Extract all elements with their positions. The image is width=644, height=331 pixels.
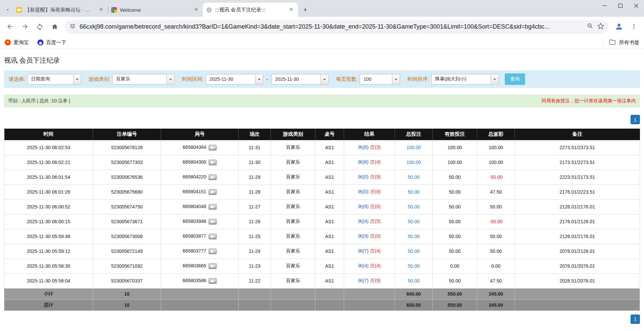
cell-total-bet: 50.00 [395, 185, 433, 199]
cell-round: 665803777 [161, 244, 239, 259]
total-bet-link[interactable]: 50.00 [408, 219, 420, 224]
round-number: 665804300 [183, 159, 206, 165]
back-icon[interactable] [3, 20, 17, 33]
cell-payout: -50.00 [477, 214, 515, 229]
tab-close-icon[interactable]: × [98, 6, 104, 13]
cell-total-bet: 100.00 [395, 155, 433, 170]
video-replay-icon[interactable] [209, 204, 217, 210]
cell-payout: 50.00 [477, 199, 515, 214]
date-end-select[interactable]: 2025-11-30 [271, 74, 329, 85]
cell-result: 闲(4)庄(4) [344, 259, 395, 273]
sort-select[interactable]: 降幂(由大到小) [431, 74, 499, 85]
query-mode-select[interactable]: 日期查询 [27, 74, 81, 85]
browser-window: 【新提醒】海燕策略论坛 - 综合 × Welcome × :::视讯 会员下注纪… [0, 0, 644, 49]
chevron-down-icon[interactable] [166, 74, 174, 84]
pagination-top: 1 [4, 115, 640, 124]
query-mode-value: 日期查询 [28, 76, 73, 82]
video-replay-icon[interactable] [209, 145, 217, 151]
cell-note: 2176.01/2126.01 [515, 214, 640, 229]
home-icon[interactable] [48, 20, 61, 33]
result-banker: 庄(8) [370, 189, 381, 194]
bookmark-star-icon[interactable] [597, 23, 604, 31]
result-banker: 庄(4) [370, 248, 381, 254]
total-valid-bet: 550.00 [433, 299, 477, 310]
forward-icon[interactable] [18, 20, 32, 33]
cell-time: 2025-11-30 06:01:54 [4, 170, 93, 185]
zoom-icon[interactable] [587, 23, 593, 31]
chevron-down-icon[interactable] [255, 74, 263, 84]
bookmark-label: 爱淘宝 [13, 39, 29, 46]
tab-close-icon[interactable]: × [193, 6, 200, 13]
total-bet-link[interactable]: 50.00 [408, 234, 420, 239]
total-bet-link[interactable]: 100.00 [406, 145, 421, 150]
video-replay-icon[interactable] [209, 219, 217, 225]
chevron-down-icon[interactable] [73, 74, 81, 84]
url-text[interactable]: 66cxkj98.com/game/betrecord_search/kind3… [80, 23, 583, 30]
page-1-button[interactable]: 1 [631, 115, 640, 124]
video-replay-icon[interactable] [209, 189, 217, 195]
bookmark-taobao[interactable]: 爱淘宝 [5, 39, 29, 46]
per-page-select[interactable]: 100 [360, 74, 400, 85]
video-replay-icon[interactable] [209, 263, 217, 269]
browser-menu-icon[interactable] [627, 20, 641, 33]
cell-round: 665804048 [161, 199, 239, 214]
video-replay-icon[interactable] [209, 174, 217, 180]
cell-session: 11-22 [239, 273, 271, 288]
video-replay-icon[interactable] [209, 249, 217, 254]
chevron-down-icon[interactable] [392, 74, 400, 84]
tab-search-chevron-icon[interactable] [3, 3, 13, 17]
tab-welcome[interactable]: Welcome × [108, 3, 203, 17]
address-bar[interactable]: 66cxkj98.com/game/betrecord_search/kind3… [65, 20, 609, 34]
cell-table-no: AS1 [315, 259, 344, 273]
profile-avatar-icon[interactable] [612, 20, 626, 33]
video-replay-icon[interactable] [209, 234, 217, 239]
total-bet-link[interactable]: 50.00 [408, 189, 420, 195]
window-close-button[interactable] [628, 0, 644, 11]
cell-note: 2273.51/2373.51 [515, 140, 640, 155]
subtotal-row: 小计 10 600.00 550.00 345.00 [4, 288, 640, 299]
total-empty-cell [515, 299, 640, 310]
site-info-icon[interactable] [69, 23, 76, 31]
chevron-down-icon[interactable] [491, 74, 498, 84]
total-bet-link[interactable]: 100.00 [406, 160, 421, 165]
window-minimize-button[interactable] [596, 0, 612, 11]
tab-bet-records-active[interactable]: :::视讯 会员下注纪录::: × [203, 3, 298, 17]
video-replay-icon[interactable] [209, 278, 217, 284]
cell-session: 11-26 [239, 214, 271, 229]
taobao-icon [5, 39, 11, 45]
cell-total-bet: 100.00 [395, 140, 433, 155]
video-replay-icon[interactable] [209, 160, 217, 165]
cell-valid-bet: 0.00 [433, 259, 477, 273]
total-bet-link[interactable]: 50.00 [408, 249, 420, 254]
game-type-select[interactable]: 百家乐 [112, 74, 175, 85]
total-row: 总计 10 600.00 550.00 345.00 [4, 299, 640, 310]
total-bet-link[interactable]: 50.00 [408, 278, 420, 284]
new-tab-button[interactable]: + [301, 5, 310, 14]
search-button[interactable]: 查询 [505, 73, 525, 85]
all-bookmarks-label: 所有书签 [619, 39, 639, 46]
reload-icon[interactable] [33, 20, 47, 33]
bookmark-label: 百度一下 [46, 39, 66, 46]
bookmark-baidu[interactable]: 百度一下 [37, 39, 66, 46]
window-maximize-button[interactable] [612, 0, 628, 11]
total-empty-cell [344, 299, 395, 310]
cell-result: 闲(7)庄(9) [344, 273, 395, 288]
tab-haiyan-forum[interactable]: 【新提醒】海燕策略论坛 - 综合 × [13, 3, 108, 17]
total-bet-link[interactable]: 50.00 [408, 204, 420, 209]
filter-bar: 请选择: 日期查询 游戏类别: 百家乐 时间区间: 2025-11-30 ~ 2… [4, 70, 640, 88]
table-header-row: 时间 注单编号 局号 场次 游戏类别 桌号 结果 总投注 有效投注 总派彩 备注 [4, 129, 640, 140]
summary-bar: 币别 : 人民币 | 总共 :10 注单 | 同局有效投注，统一计算在该局第一张… [4, 95, 640, 107]
date-start-select[interactable]: 2025-11-30 [206, 74, 263, 85]
cell-session: 11-31 [239, 140, 271, 155]
select-mode-label: 请选择: [9, 76, 25, 82]
table-row: 2025-11-30 05:58:04 523005670337 6658035… [4, 273, 640, 288]
page-1-button[interactable]: 1 [631, 315, 640, 324]
tab-close-icon[interactable]: × [288, 6, 295, 13]
all-bookmarks-button[interactable]: 所有书签 [603, 39, 639, 46]
total-bet-link[interactable]: 50.00 [408, 263, 420, 269]
per-page-label: 每页笔数: [336, 76, 358, 82]
result-banker: 庄(9) [370, 174, 381, 179]
chevron-down-icon[interactable] [320, 74, 328, 84]
cell-bet-id: 523005673008 [93, 229, 161, 244]
total-bet-link[interactable]: 50.00 [408, 174, 420, 180]
